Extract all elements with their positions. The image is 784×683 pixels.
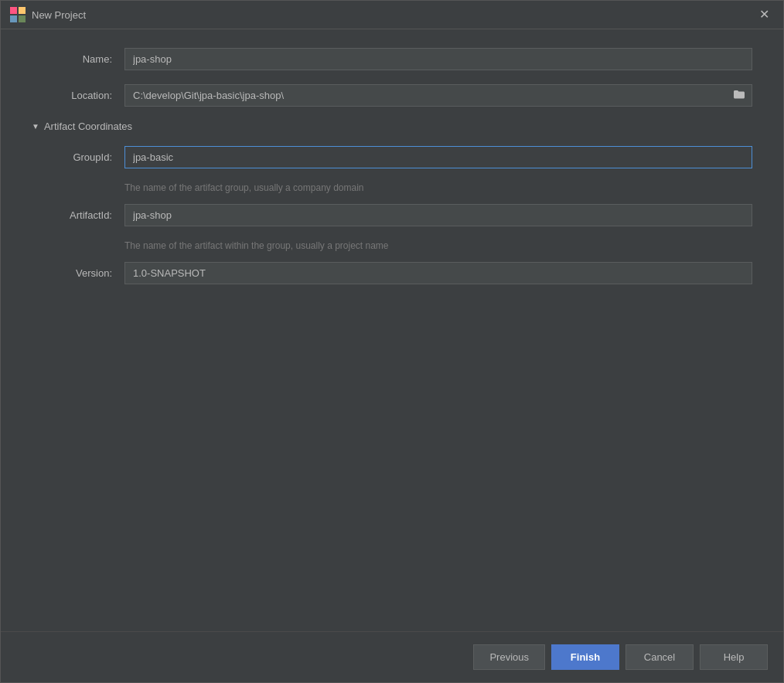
groupid-input[interactable] <box>124 146 752 168</box>
name-input-wrapper <box>124 48 752 70</box>
location-label: Location: <box>32 90 124 101</box>
artifactid-hint: The name of the artifact within the grou… <box>32 240 752 251</box>
dialog-title: New Project <box>32 9 755 21</box>
title-bar: New Project ✕ <box>1 1 783 29</box>
name-row: Name: <box>32 48 752 70</box>
artifact-section-header[interactable]: ▼ Artifact Coordinates <box>32 121 752 132</box>
name-input[interactable] <box>124 48 752 70</box>
version-row: Version: <box>32 262 752 284</box>
svg-rect-1 <box>19 7 26 14</box>
browse-button[interactable] <box>726 84 752 107</box>
app-logo-icon <box>10 7 26 22</box>
groupid-row: GroupId: <box>32 146 752 168</box>
location-input-wrapper <box>124 84 752 107</box>
artifact-coordinates-section: ▼ Artifact Coordinates GroupId: The name… <box>32 121 752 284</box>
cancel-button[interactable]: Cancel <box>625 644 694 670</box>
svg-rect-3 <box>19 15 26 22</box>
groupid-label: GroupId: <box>32 151 124 163</box>
folder-icon <box>734 90 745 101</box>
version-input[interactable] <box>124 262 752 284</box>
new-project-dialog: New Project ✕ Name: Location: <box>0 0 784 683</box>
help-button[interactable]: Help <box>700 644 768 670</box>
artifactid-row: ArtifactId: <box>32 204 752 226</box>
version-label: Version: <box>32 267 124 279</box>
svg-rect-0 <box>10 7 17 14</box>
svg-rect-2 <box>10 15 17 22</box>
dialog-content: Name: Location: <box>1 29 783 631</box>
artifactid-label: ArtifactId: <box>32 209 124 221</box>
bottom-bar: Previous Finish Cancel Help <box>1 631 783 682</box>
groupid-input-wrapper <box>124 146 752 168</box>
location-row: Location: <box>32 84 752 107</box>
finish-button[interactable]: Finish <box>551 644 619 670</box>
location-input[interactable] <box>124 84 726 107</box>
name-label: Name: <box>32 53 124 65</box>
artifactid-input-wrapper <box>124 204 752 226</box>
artifact-section-label: Artifact Coordinates <box>44 121 132 132</box>
previous-button[interactable]: Previous <box>473 644 545 670</box>
chevron-down-icon: ▼ <box>32 122 39 131</box>
close-button[interactable]: ✕ <box>755 7 774 22</box>
groupid-hint: The name of the artifact group, usually … <box>32 182 752 193</box>
artifactid-input[interactable] <box>124 204 752 226</box>
version-input-wrapper <box>124 262 752 284</box>
